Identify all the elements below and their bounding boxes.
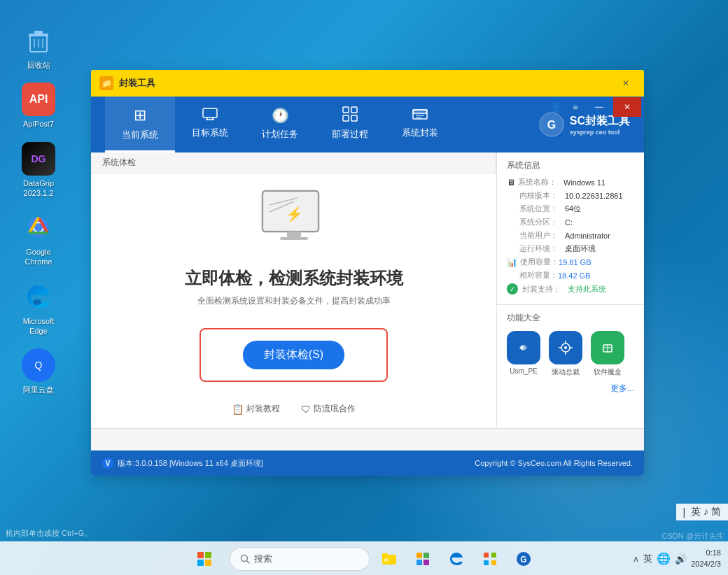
svg-line-46: [247, 560, 250, 563]
desktop-icon-apipost[interactable]: API ApiPost7: [10, 80, 66, 132]
user-value: Administrator: [565, 232, 610, 240]
nav-current-system[interactable]: ⊞ 当前系统: [105, 97, 175, 152]
taskbar-app-icon: G: [515, 551, 532, 567]
datagrip-label: DataGrip 2023.1.2: [23, 178, 54, 199]
desktop-icon-chrome[interactable]: Google Chrome: [10, 208, 66, 270]
nav-package[interactable]: 系统封装: [385, 97, 455, 152]
kernel-value: 10.0.22631.2861: [565, 192, 623, 200]
recycle-bin-label: 回收站: [27, 60, 50, 70]
support-label: 封装支持：: [522, 284, 568, 294]
svg-rect-51: [424, 553, 429, 558]
svg-rect-48: [382, 553, 388, 556]
anti-piracy-icon: 🛡: [301, 404, 311, 415]
app-close-btn[interactable]: ✕: [613, 97, 641, 117]
usage-icon: 📊: [507, 257, 517, 267]
env-row: 运行环境： 桌面环境: [507, 243, 634, 254]
content-area: 系统体检: [91, 152, 644, 428]
usage-value: 19.81 GB: [559, 258, 591, 267]
nav-current-icon: ⊞: [134, 106, 146, 125]
svg-rect-30: [287, 232, 301, 237]
env-value: 桌面环境: [565, 243, 596, 254]
chrome-icon: [22, 211, 55, 244]
files-icon: [414, 551, 431, 567]
taskbar-search[interactable]: 搜索: [230, 547, 370, 571]
tutorial-label: 封装教程: [246, 403, 280, 415]
check-button[interactable]: 封装体检(S): [243, 341, 344, 369]
usage-label: 使用容量：: [520, 257, 559, 267]
software-box-label: 软件魔盒: [594, 367, 622, 377]
taskbar-app[interactable]: G: [510, 545, 538, 573]
start-button[interactable]: [190, 545, 218, 573]
taskbar-store[interactable]: [476, 545, 504, 573]
datagrip-icon: DG: [22, 142, 55, 176]
titlebar-close-btn[interactable]: ✕: [616, 76, 636, 91]
tray-globe[interactable]: 🌐: [657, 552, 671, 565]
taskbar-edge[interactable]: [442, 545, 470, 573]
tutorial-link[interactable]: 📋 封装教程: [232, 403, 280, 415]
logo-subtitle: sysprep ceo tool: [570, 129, 630, 136]
ime-separator: |: [683, 506, 686, 518]
partition-row: 系统分区： C:: [507, 217, 634, 227]
app-menu-btn[interactable]: ≡: [566, 97, 585, 117]
svg-point-9: [33, 299, 41, 305]
taskbar-explorer[interactable]: [375, 545, 403, 573]
feature-usm-pe[interactable]: Usm_PE: [507, 331, 540, 377]
tray-expand[interactable]: ∧: [633, 554, 639, 564]
desktop-icon-datagrip[interactable]: DG DataGrip 2023.1.2: [10, 139, 66, 201]
tray-ime-en[interactable]: 英: [643, 553, 652, 565]
nav-schedule[interactable]: 🕐 计划任务: [245, 97, 315, 152]
nav-package-icon: [412, 108, 428, 122]
svg-text:Q: Q: [35, 360, 43, 371]
nav-current-label: 当前系统: [122, 129, 158, 141]
tray-speaker[interactable]: 🔊: [675, 553, 687, 565]
user-row: 当前用户： Administrator: [507, 230, 634, 241]
aliyun-label: 阿里云盘: [23, 385, 54, 395]
version-icon: V: [102, 457, 113, 469]
desktop-icon-recycle-bin[interactable]: 回收站: [10, 21, 66, 73]
csdn-watermark: CSDN @云计先生: [662, 531, 724, 541]
edge-label: Microsoft Edge: [13, 316, 64, 336]
kernel-row: 内核版本： 10.0.22631.2861: [507, 190, 634, 201]
svg-text:G: G: [520, 555, 526, 565]
feature-software-box[interactable]: 软件魔盒: [591, 331, 624, 377]
app-min-btn[interactable]: ─: [585, 97, 613, 117]
monitor-illustration: ⚡: [255, 187, 332, 253]
app-user-btn[interactable]: 👤: [546, 97, 566, 117]
nav-schedule-icon: 🕐: [272, 107, 289, 124]
taskbar-files[interactable]: [409, 545, 437, 573]
svg-rect-17: [351, 107, 357, 113]
main-body: ⚡ 立即体检，检测系统封装环境 全面检测系统设置和封装必备文件，提高封装成功率 …: [91, 173, 496, 429]
chrome-label: Google Chrome: [13, 247, 64, 267]
tutorial-icon: 📋: [232, 404, 244, 415]
version-label: 版本:3.0.0.158 [Windows 11 x64 桌面环境]: [118, 458, 263, 469]
driver-icon: [549, 331, 582, 364]
svg-rect-54: [484, 553, 489, 558]
system-info-title: 系统信息: [507, 159, 634, 171]
app-statusbar: [91, 428, 644, 450]
svg-rect-12: [203, 108, 217, 118]
feature-driver[interactable]: 驱动总裁: [549, 331, 582, 377]
feature-icons: Usm_PE: [507, 331, 634, 377]
system-name-label: 系统名称：: [518, 177, 564, 187]
bit-row: 系统位宽： 64位: [507, 204, 634, 214]
system-info-section: 系统信息 🖥 系统名称： Windows 11 内核版本： 10.0.22631…: [497, 152, 644, 305]
desktop-icon-edge[interactable]: Microsoft Edge: [10, 277, 66, 339]
app-title-text: 封装工具: [119, 77, 616, 90]
nav-target-system[interactable]: 目标系统: [175, 97, 245, 152]
features-title: 功能大全: [507, 312, 634, 324]
usm-pe-label: Usm_PE: [510, 367, 537, 375]
nav-deploy[interactable]: 部署过程: [315, 97, 385, 152]
svg-rect-18: [343, 115, 349, 121]
more-link[interactable]: 更多...: [507, 383, 634, 395]
desktop-icon-aliyun[interactable]: Q 阿里云盘: [10, 346, 66, 397]
windows-logo: [197, 552, 211, 566]
aliyun-icon: Q: [22, 348, 55, 382]
taskbar-edge-icon: [448, 551, 465, 567]
svg-rect-49: [384, 558, 388, 562]
svg-rect-21: [413, 110, 427, 113]
time-display[interactable]: 0:18 2024/2/3: [691, 548, 721, 569]
anti-piracy-link[interactable]: 🛡 防流氓合作: [301, 403, 356, 415]
apipost-label: ApiPost7: [23, 119, 54, 129]
search-icon: [240, 554, 250, 564]
ime-bar[interactable]: | 英 ♪ 简: [676, 504, 728, 520]
